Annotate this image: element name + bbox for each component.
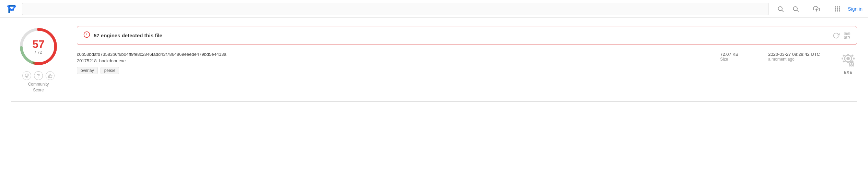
file-type-label: EXE (844, 70, 852, 74)
svg-rect-31 (849, 37, 850, 38)
qr-code-icon (844, 32, 851, 39)
svg-rect-38 (843, 54, 845, 57)
svg-rect-15 (839, 10, 840, 11)
detection-banner: 57 engines detected this file (77, 26, 857, 45)
svg-rect-14 (837, 10, 838, 11)
svg-rect-23 (845, 33, 846, 34)
gauge-text: 57 / 72 (32, 39, 45, 55)
navbar: c0b53bdafb73583b6f6b04ff9fe8c2846fadd43f… (0, 0, 868, 18)
community-question-icon: ? (34, 71, 43, 80)
thumbs-up-icon (48, 74, 52, 78)
timestamp-ago: a moment ago (768, 57, 795, 62)
search-icon-2 (792, 5, 799, 12)
search-input[interactable]: c0b53bdafb73583b6f6b04ff9fe8c2846fadd43f… (22, 3, 769, 15)
search-icon-1 (777, 5, 784, 12)
thumbs-down-button[interactable] (22, 71, 31, 80)
refresh-icon (833, 32, 840, 39)
file-hash: c0b53bdafb73583b6f6b04ff9fe8c2846fadd43f… (77, 52, 709, 57)
svg-rect-25 (848, 33, 849, 34)
navbar-actions: Sign in (776, 4, 863, 14)
svg-point-2 (778, 7, 783, 11)
svg-rect-12 (839, 8, 840, 9)
svg-line-3 (782, 10, 784, 12)
gauge-total: / 72 (32, 50, 45, 55)
svg-rect-27 (845, 37, 846, 38)
logo[interactable] (5, 3, 18, 15)
file-size-value: 72.07 KB (720, 52, 739, 57)
thumbs-down-icon (25, 74, 29, 78)
detection-banner-text: 57 engines detected this file (94, 33, 162, 38)
svg-rect-8 (837, 6, 838, 7)
score-gauge: 57 / 72 (18, 26, 59, 67)
svg-rect-10 (835, 8, 836, 9)
file-details: c0b53bdafb73583b6f6b04ff9fe8c2846fadd43f… (77, 52, 709, 74)
apps-icon-btn[interactable] (833, 4, 842, 14)
right-panel: 57 engines detected this file (77, 26, 857, 74)
tag-peexe: peexe (101, 67, 119, 74)
exe-icon-container (839, 52, 857, 69)
svg-rect-11 (837, 8, 838, 9)
svg-point-4 (794, 7, 798, 11)
svg-rect-9 (839, 6, 840, 7)
search-icon-btn-1[interactable] (776, 4, 785, 14)
community-score-section: ? Community Score (22, 71, 55, 93)
score-panel: 57 / 72 ? Community Score (11, 26, 66, 93)
svg-rect-29 (849, 36, 850, 37)
bottom-divider (11, 101, 857, 102)
svg-point-43 (851, 62, 853, 64)
detection-info-icon (83, 31, 90, 40)
file-type-icon: EXE (831, 52, 857, 74)
exe-gear-icon (839, 52, 857, 69)
svg-rect-40 (843, 60, 845, 63)
gauge-score: 57 (32, 39, 45, 50)
qr-code-button[interactable] (844, 32, 851, 39)
svg-rect-13 (835, 10, 836, 11)
nav-divider-2 (827, 4, 827, 14)
community-score-label: Community Score (28, 81, 49, 93)
file-info-row: c0b53bdafb73583b6f6b04ff9fe8c2846fadd43f… (77, 52, 857, 74)
thumbs-up-button[interactable] (46, 71, 55, 80)
tag-overlay: overlay (77, 67, 98, 74)
svg-rect-30 (848, 38, 848, 38)
apps-icon (834, 5, 841, 12)
svg-rect-34 (847, 54, 849, 55)
community-score-controls: ? (22, 71, 55, 80)
svg-rect-35 (847, 62, 849, 63)
nav-divider-1 (806, 4, 806, 14)
sign-in-button[interactable]: Sign in (848, 6, 863, 12)
file-name: 20175218_backdoor.exe (77, 58, 709, 63)
svg-rect-37 (853, 58, 855, 60)
timestamp-value: 2020-03-27 08:29:42 UTC (768, 52, 820, 57)
tag-list: overlay peexe (77, 67, 709, 74)
file-timestamp: 2020-03-27 08:29:42 UTC a moment ago (757, 52, 831, 62)
file-size-label: Size (720, 57, 728, 62)
svg-rect-7 (835, 6, 836, 7)
refresh-button[interactable] (833, 32, 840, 39)
question-mark: ? (37, 73, 40, 78)
upload-icon (813, 5, 820, 12)
svg-rect-28 (848, 36, 849, 37)
file-meta: 72.07 KB Size (709, 52, 757, 62)
svg-rect-39 (851, 54, 854, 57)
upload-icon-btn[interactable] (812, 4, 821, 14)
svg-rect-36 (842, 58, 843, 60)
search-icon-btn-2[interactable] (791, 4, 800, 14)
main-content: 57 / 72 ? Community Score (0, 18, 868, 101)
svg-point-33 (846, 57, 850, 60)
svg-line-5 (797, 10, 799, 12)
